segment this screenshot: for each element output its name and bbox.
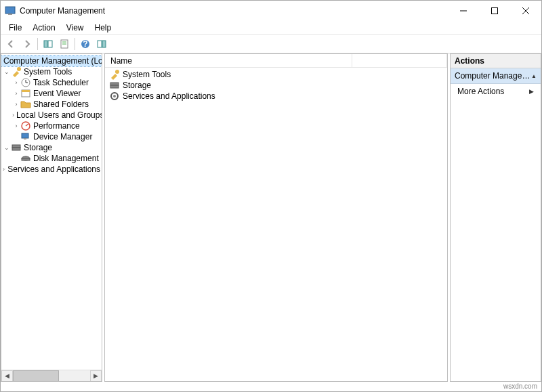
event-icon bbox=[20, 88, 31, 99]
menu-help[interactable]: Help bbox=[89, 22, 117, 34]
tree-item-performance[interactable]: › Performance bbox=[1, 121, 102, 131]
tree-label: Computer Management (Local bbox=[3, 56, 102, 66]
tree-item-root[interactable]: Computer Management (Local bbox=[1, 56, 102, 66]
actions-section[interactable]: Computer Management (L... ▲ bbox=[451, 68, 541, 84]
scroll-track[interactable] bbox=[13, 370, 90, 382]
column-name[interactable]: Name bbox=[105, 54, 352, 67]
close-button[interactable] bbox=[510, 1, 541, 21]
show-hide-action-button[interactable] bbox=[94, 37, 109, 51]
tree-label: Event Viewer bbox=[33, 89, 81, 98]
tree-label: Disk Management bbox=[33, 154, 99, 163]
toolbar-separator bbox=[75, 38, 75, 50]
expander-closed-icon[interactable]: › bbox=[12, 90, 20, 97]
menu-bar: File Action View Help bbox=[1, 21, 541, 35]
tree-item-disk-management[interactable]: Disk Management bbox=[1, 153, 102, 164]
svg-text:?: ? bbox=[83, 39, 87, 49]
list-item-label: Services and Applications bbox=[123, 91, 215, 101]
svg-rect-14 bbox=[102, 41, 106, 47]
tree-item-task-scheduler[interactable]: › Task Scheduler bbox=[1, 77, 102, 88]
tree-item-event-viewer[interactable]: › Event Viewer bbox=[1, 88, 102, 99]
expander-open-icon[interactable]: ⌄ bbox=[3, 144, 11, 151]
collapse-icon[interactable]: ▲ bbox=[531, 73, 537, 79]
svg-rect-1 bbox=[8, 14, 12, 15]
disk-icon bbox=[20, 153, 31, 164]
tree-item-device-manager[interactable]: Device Manager bbox=[1, 131, 102, 142]
menu-file[interactable]: File bbox=[3, 22, 27, 34]
back-button[interactable] bbox=[3, 37, 18, 51]
list-item[interactable]: Services and Applications bbox=[108, 91, 444, 102]
svg-rect-29 bbox=[12, 148, 20, 150]
list-item-label: Storage bbox=[123, 81, 151, 90]
services-icon bbox=[5, 164, 5, 175]
scroll-left-button[interactable]: ◀ bbox=[1, 370, 13, 382]
svg-rect-7 bbox=[48, 41, 52, 47]
minimize-button[interactable] bbox=[448, 1, 479, 21]
tree-item-shared-folders[interactable]: › Shared Folders bbox=[1, 99, 102, 110]
tree-label: Services and Applications bbox=[7, 165, 100, 174]
tree-label: Local Users and Groups bbox=[16, 110, 102, 120]
tools-icon bbox=[11, 66, 22, 77]
tree-label: Task Scheduler bbox=[33, 78, 89, 87]
svg-rect-36 bbox=[110, 85, 119, 88]
tree-item-storage[interactable]: ⌄ Storage bbox=[1, 142, 102, 153]
column-blank[interactable] bbox=[352, 54, 447, 67]
tree-label: Device Manager bbox=[33, 132, 92, 141]
device-icon bbox=[20, 131, 31, 142]
svg-rect-22 bbox=[22, 90, 30, 92]
svg-rect-26 bbox=[22, 133, 28, 138]
storage-icon bbox=[11, 142, 22, 153]
window-title: Computer Management bbox=[20, 6, 448, 16]
toolbar: ? bbox=[1, 35, 541, 53]
forward-button[interactable] bbox=[20, 37, 35, 51]
tools-icon bbox=[109, 69, 120, 80]
menu-view[interactable]: View bbox=[61, 22, 89, 34]
list-body[interactable]: System Tools Storage Services and Applic… bbox=[105, 68, 447, 381]
chevron-right-icon: ▶ bbox=[529, 88, 534, 95]
list-pane: Name System Tools Storage Services and A… bbox=[104, 53, 448, 382]
expander-closed-icon[interactable]: › bbox=[12, 79, 20, 86]
maximize-button[interactable] bbox=[479, 1, 510, 21]
tree-item-services-apps[interactable]: › Services and Applications bbox=[1, 164, 102, 175]
watermark: wsxdn.com bbox=[503, 383, 537, 390]
svg-rect-6 bbox=[44, 41, 47, 47]
horizontal-scrollbar[interactable]: ◀ ▶ bbox=[1, 370, 102, 381]
tree-label: System Tools bbox=[24, 67, 72, 77]
svg-rect-28 bbox=[12, 145, 20, 148]
scroll-right-button[interactable]: ▶ bbox=[90, 370, 102, 382]
tree-label: Shared Folders bbox=[33, 100, 89, 109]
tree-item-system-tools[interactable]: ⌄ System Tools bbox=[1, 66, 102, 77]
tree-pane: Computer Management (Local ⌄ System Tool… bbox=[1, 53, 102, 382]
list-item[interactable]: System Tools bbox=[108, 69, 444, 80]
svg-rect-3 bbox=[492, 8, 498, 14]
svg-point-34 bbox=[115, 70, 119, 74]
navigation-tree[interactable]: Computer Management (Local ⌄ System Tool… bbox=[1, 54, 102, 370]
actions-header: Actions bbox=[451, 54, 541, 68]
window-controls bbox=[448, 1, 541, 21]
actions-section-label: Computer Management (L... bbox=[455, 71, 531, 81]
tree-label: Performance bbox=[33, 121, 80, 131]
list-header: Name bbox=[105, 54, 447, 68]
performance-icon bbox=[20, 121, 31, 131]
menu-action[interactable]: Action bbox=[27, 22, 60, 34]
list-item[interactable]: Storage bbox=[108, 80, 444, 91]
storage-icon bbox=[109, 80, 120, 91]
main-content: Computer Management (Local ⌄ System Tool… bbox=[1, 53, 541, 382]
scroll-thumb[interactable] bbox=[13, 370, 59, 382]
expander-open-icon[interactable]: ⌄ bbox=[3, 68, 11, 75]
clock-icon bbox=[20, 77, 31, 88]
svg-point-17 bbox=[17, 67, 21, 71]
tree-item-local-users[interactable]: › Local Users and Groups bbox=[1, 110, 102, 121]
svg-rect-35 bbox=[110, 83, 119, 85]
show-hide-tree-button[interactable] bbox=[41, 37, 56, 51]
help-button[interactable]: ? bbox=[78, 37, 93, 51]
expander-closed-icon[interactable]: › bbox=[12, 101, 20, 108]
svg-point-38 bbox=[113, 95, 116, 97]
actions-item-label: More Actions bbox=[457, 87, 504, 96]
properties-button[interactable] bbox=[57, 37, 72, 51]
app-icon bbox=[5, 5, 16, 16]
expander-closed-icon[interactable]: › bbox=[12, 112, 14, 118]
list-item-label: System Tools bbox=[123, 70, 171, 79]
expander-closed-icon[interactable]: › bbox=[12, 123, 20, 129]
services-icon bbox=[109, 91, 120, 102]
actions-more-actions[interactable]: More Actions ▶ bbox=[451, 84, 541, 99]
